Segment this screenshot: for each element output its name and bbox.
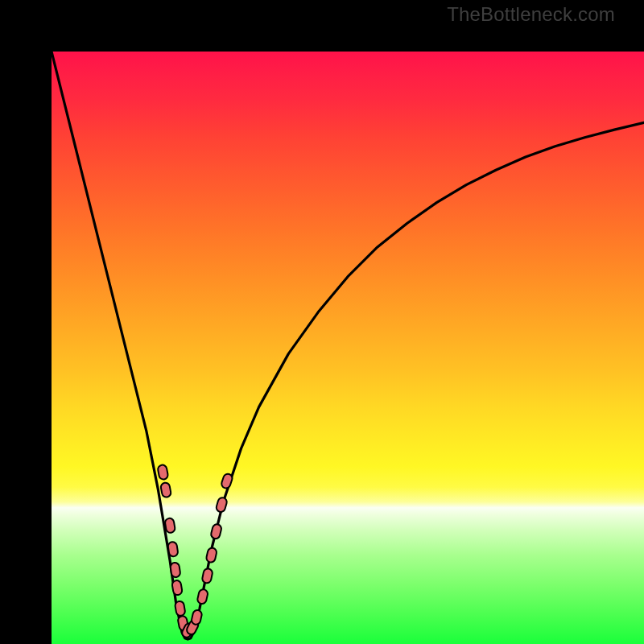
marker (215, 497, 228, 513)
curve-layer (52, 52, 644, 644)
marker (164, 518, 175, 534)
marker (205, 547, 217, 564)
marker (175, 601, 186, 617)
chart-frame (0, 0, 644, 644)
marker (191, 609, 203, 625)
marker (160, 482, 171, 498)
bottleneck-curve (52, 52, 644, 639)
marker (201, 568, 213, 584)
marker (210, 523, 222, 539)
plot-area (52, 52, 644, 644)
marker (171, 580, 183, 596)
marker (221, 473, 233, 489)
curve-path (52, 52, 644, 639)
marker (170, 562, 181, 577)
marker (157, 464, 168, 481)
data-markers (157, 464, 233, 639)
marker (167, 542, 179, 557)
marker (196, 588, 208, 605)
watermark-text: TheBottleneck.com (447, 3, 615, 26)
